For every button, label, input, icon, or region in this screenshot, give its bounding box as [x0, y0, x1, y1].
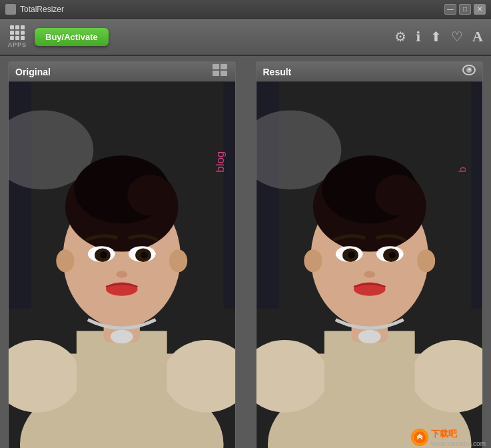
- panel-divider: [241, 61, 250, 448]
- svg-text:b: b: [456, 167, 468, 173]
- apps-dot: [21, 31, 25, 35]
- result-image-area: b: [256, 82, 483, 448]
- svg-text:blog: blog: [214, 151, 227, 173]
- svg-point-26: [116, 271, 127, 277]
- toolbar: APPS Buy/Activate ⚙ ℹ ⬆ ♡ A: [0, 19, 491, 56]
- watermark-text-area: 下载吧 www.xiazaiba.com: [431, 428, 486, 447]
- app-title: TotalResizer: [20, 5, 64, 14]
- original-panel-header: Original: [9, 62, 235, 82]
- svg-point-18: [56, 249, 74, 272]
- watermark-logo: 下载吧 www.xiazaiba.com: [411, 428, 486, 447]
- apps-icon[interactable]: APPS: [8, 25, 27, 48]
- heart-icon[interactable]: ♡: [451, 29, 463, 45]
- apps-dots-grid: [10, 25, 25, 40]
- result-panel-icon[interactable]: [462, 65, 476, 79]
- result-panel: Result: [256, 61, 484, 448]
- original-panel-icon[interactable]: [213, 64, 229, 79]
- result-panel-header: Result: [256, 62, 483, 82]
- svg-point-25: [141, 252, 148, 259]
- svg-point-47: [304, 249, 322, 272]
- watermark-site: www.xiazaiba.com: [431, 440, 486, 447]
- font-icon[interactable]: A: [472, 28, 483, 45]
- svg-rect-35: [471, 82, 482, 308]
- download-text: 下载吧: [431, 428, 486, 440]
- svg-point-55: [364, 271, 375, 277]
- titlebar: TotalResizer — □ ✕: [0, 0, 491, 19]
- svg-point-28: [111, 330, 133, 343]
- original-image-area: blog: [9, 82, 235, 448]
- svg-point-48: [417, 249, 435, 272]
- svg-point-19: [169, 249, 187, 272]
- svg-rect-1: [221, 64, 227, 69]
- original-panel: Original: [8, 61, 236, 448]
- apps-dot: [15, 31, 19, 35]
- toolbar-icons: ⚙ ℹ ⬆ ♡ A: [394, 28, 483, 45]
- apps-dot: [15, 25, 19, 29]
- result-panel-title: Result: [263, 67, 292, 77]
- svg-point-32: [469, 69, 471, 71]
- svg-point-17: [127, 175, 173, 215]
- apps-dot: [15, 36, 19, 40]
- original-image: blog: [9, 82, 235, 448]
- watermark-icon: [411, 429, 428, 446]
- original-panel-title: Original: [15, 67, 51, 77]
- maximize-button[interactable]: □: [459, 4, 471, 15]
- svg-point-54: [388, 252, 395, 259]
- svg-point-24: [100, 252, 107, 259]
- info-icon[interactable]: ℹ: [416, 29, 421, 45]
- apps-dot: [21, 25, 25, 29]
- close-button[interactable]: ✕: [474, 4, 486, 15]
- svg-rect-2: [213, 71, 219, 76]
- svg-rect-6: [224, 82, 235, 308]
- titlebar-controls[interactable]: — □ ✕: [444, 4, 486, 15]
- svg-rect-12: [77, 331, 167, 444]
- buy-activate-button[interactable]: Buy/Activate: [35, 28, 109, 46]
- apps-label: APPS: [8, 41, 27, 48]
- svg-point-46: [375, 175, 420, 215]
- panels-row: Original: [0, 56, 491, 448]
- apps-dot: [10, 31, 14, 35]
- apps-dot: [21, 36, 25, 40]
- apps-dot: [10, 36, 14, 40]
- app-icon: [5, 4, 16, 15]
- share-icon[interactable]: ⬆: [430, 29, 442, 45]
- svg-rect-0: [213, 64, 219, 69]
- bottom-bar: 下载吧 www.xiazaiba.com: [358, 427, 491, 448]
- result-image: b: [256, 82, 483, 448]
- titlebar-left: TotalResizer: [5, 4, 64, 15]
- minimize-button[interactable]: —: [444, 4, 456, 15]
- settings-icon[interactable]: ⚙: [394, 29, 406, 45]
- main-area: Original: [0, 56, 491, 448]
- apps-dot: [10, 25, 14, 29]
- svg-point-57: [358, 330, 380, 343]
- svg-point-53: [348, 252, 354, 259]
- svg-rect-3: [221, 71, 227, 76]
